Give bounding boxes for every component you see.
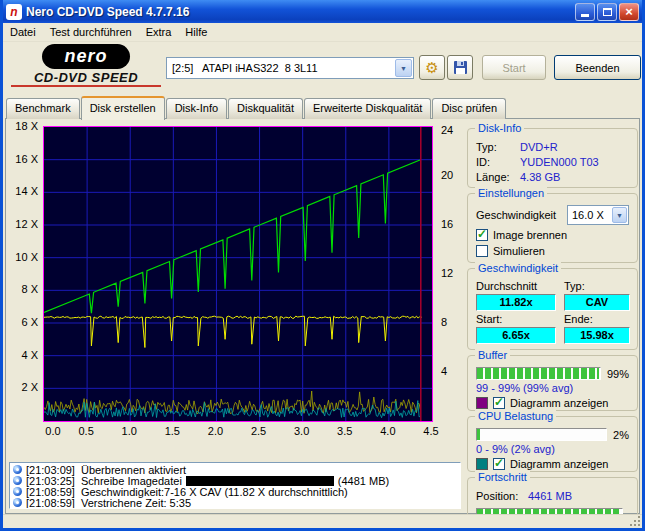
tab-disk-erstellen[interactable]: Disk erstellen xyxy=(81,96,165,120)
buffer-groupbox: Buffer 99% 99 - 99% (99% avg) Diagramm a… xyxy=(467,355,638,411)
menu-datei[interactable]: Datei xyxy=(3,24,43,40)
y-axis-right: 2420161284 xyxy=(437,126,463,422)
axis-tick-label: 4.0 xyxy=(376,425,400,437)
tab-bar: Benchmark Disk erstellen Disk-Info Diskq… xyxy=(6,96,507,119)
typ-label: Typ: xyxy=(564,280,630,292)
log-entry[interactable]: [21:08:59] Verstrichene Zeit: 5:35 xyxy=(13,497,457,508)
tab-benchmark[interactable]: Benchmark xyxy=(6,98,80,119)
menubar: Datei Test durchführen Extra Hilfe xyxy=(3,23,642,42)
maximize-button[interactable] xyxy=(597,3,617,21)
axis-tick-label: 12 X xyxy=(15,218,38,230)
durchschnitt-label: Durchschnitt xyxy=(476,280,556,292)
axis-tick-label: 1.0 xyxy=(117,425,141,437)
options-button[interactable]: ⚙ xyxy=(419,55,445,80)
cpu-groupbox: CPU Belastung 2% 0 - 9% (2% avg) Diagram… xyxy=(467,416,638,472)
id-value: YUDEN000 T03 xyxy=(520,155,599,170)
close-icon: × xyxy=(625,5,633,18)
log-disc-icon xyxy=(13,498,22,507)
axis-tick-label: 16 X xyxy=(15,153,38,165)
axis-tick-label: 1.5 xyxy=(160,425,184,437)
close-button[interactable]: × xyxy=(619,3,639,21)
position-label: Position: xyxy=(476,489,528,504)
log-text: Verstrichene Zeit: 5:35 xyxy=(81,497,191,509)
typ-value: DVD+R xyxy=(520,140,558,155)
minimize-icon xyxy=(581,14,589,17)
redacted-filename xyxy=(186,476,334,486)
image-brennen-checkbox[interactable] xyxy=(476,229,488,241)
log-disc-icon xyxy=(13,465,22,474)
speed-dropdown-value: 16.0 X xyxy=(568,209,612,221)
buffer-progressbar xyxy=(476,367,601,380)
buffer-color-swatch xyxy=(476,397,488,409)
log-entry[interactable]: [21:03:25] Schreibe Imagedatei (4481 MB) xyxy=(13,475,457,486)
cddvd-speed-logo-text: CD-DVD SPEED xyxy=(11,70,161,87)
cpu-percent: 2% xyxy=(613,429,629,441)
resize-grip[interactable] xyxy=(629,515,641,527)
log-listbox[interactable]: [21:03:09] Überbrennen aktiviert [21:03:… xyxy=(9,462,461,509)
axis-tick-label: 24 xyxy=(441,124,453,136)
save-button[interactable] xyxy=(447,55,473,80)
log-entry[interactable]: [21:08:59] Geschwindigkeit:7-16 X CAV (1… xyxy=(13,486,457,497)
start-button[interactable]: Start xyxy=(482,55,546,80)
x-axis: 0.00.51.01.52.02.53.03.54.04.5 xyxy=(43,425,435,439)
buffer-diagramm-label: Diagramm anzeigen xyxy=(510,397,608,409)
axis-tick-label: 8 xyxy=(441,316,447,328)
buffer-diagramm-checkbox[interactable] xyxy=(493,397,505,409)
laenge-label: Länge: xyxy=(476,170,520,185)
tab-diskqualitaet[interactable]: Diskqualität xyxy=(228,98,303,119)
axis-tick-label: 16 xyxy=(441,218,453,230)
buffer-title: Buffer xyxy=(475,349,510,361)
speed-dropdown[interactable]: 16.0 X ▼ xyxy=(567,205,629,225)
right-panel: Disk-Info Typ:DVD+R ID:YUDEN000 T03 Läng… xyxy=(467,128,638,530)
app-window: n Nero CD-DVD Speed 4.7.7.16 × Datei Tes… xyxy=(0,0,645,531)
axis-tick-label: 8 X xyxy=(21,283,38,295)
axis-tick-label: 3.0 xyxy=(290,425,314,437)
axis-tick-label: 2.0 xyxy=(203,425,227,437)
log-disc-icon xyxy=(13,487,22,496)
nero-logo-text: nero xyxy=(42,44,130,69)
disk-info-groupbox: Disk-Info Typ:DVD+R ID:YUDEN000 T03 Läng… xyxy=(467,128,638,188)
typ-value: CAV xyxy=(564,294,630,311)
menu-test-durchfuehren[interactable]: Test durchführen xyxy=(43,24,139,40)
beenden-button[interactable]: Beenden xyxy=(554,55,641,80)
chevron-down-icon[interactable]: ▼ xyxy=(612,207,627,223)
image-brennen-label: Image brennen xyxy=(493,229,567,241)
id-label: ID: xyxy=(476,155,520,170)
axis-tick-label: 20 xyxy=(441,169,453,181)
minimize-button[interactable] xyxy=(575,3,595,21)
fortschritt-title: Fortschritt xyxy=(475,471,530,483)
durchschnitt-value: 11.82x xyxy=(476,294,556,311)
geschwindigkeit-title: Geschwindigkeit xyxy=(475,262,561,274)
tab-disc-pruefen[interactable]: Disc prüfen xyxy=(432,98,506,119)
floppy-icon xyxy=(453,60,468,75)
chevron-down-icon[interactable]: ▼ xyxy=(395,59,412,77)
statusbar xyxy=(3,514,642,528)
titlebar[interactable]: n Nero CD-DVD Speed 4.7.7.16 × xyxy=(3,0,642,23)
maximize-icon xyxy=(603,8,612,16)
drive-selector[interactable]: [2:5] ATAPI iHAS322 8 3L11 ▼ xyxy=(166,57,414,79)
chart-plot-area xyxy=(43,126,433,422)
cpu-diagramm-checkbox[interactable] xyxy=(493,458,505,470)
ende-value: 15.98x xyxy=(564,327,630,344)
tab-disk-info[interactable]: Disk-Info xyxy=(166,98,227,119)
tab-erweiterte-diskqualitaet[interactable]: Erweiterte Diskqualität xyxy=(304,98,431,119)
axis-tick-label: 0.0 xyxy=(41,425,65,437)
simulieren-label: Simulieren xyxy=(493,245,545,257)
disk-info-title: Disk-Info xyxy=(475,122,524,134)
simulieren-checkbox[interactable] xyxy=(476,245,488,257)
start-value: 6.65x xyxy=(476,327,556,344)
buffer-percent: 99% xyxy=(607,368,629,380)
position-value: 4461 MB xyxy=(528,489,572,504)
drive-selector-value: [2:5] ATAPI iHAS322 8 3L11 xyxy=(167,62,395,74)
axis-tick-label: 2 X xyxy=(21,381,38,393)
cpu-range-text: 0 - 9% (2% avg) xyxy=(476,443,629,455)
cpu-diagramm-label: Diagramm anzeigen xyxy=(510,458,608,470)
axis-tick-label: 2.5 xyxy=(247,425,271,437)
ende-label: Ende: xyxy=(564,313,630,325)
menu-extra[interactable]: Extra xyxy=(139,24,179,40)
toolbar: nero CD-DVD SPEED [2:5] ATAPI iHAS322 8 … xyxy=(3,42,642,96)
cpu-title: CPU Belastung xyxy=(475,410,556,422)
axis-tick-label: 10 X xyxy=(15,251,38,263)
menu-hilfe[interactable]: Hilfe xyxy=(178,24,214,40)
log-entry[interactable]: [21:03:09] Überbrennen aktiviert xyxy=(13,464,457,475)
